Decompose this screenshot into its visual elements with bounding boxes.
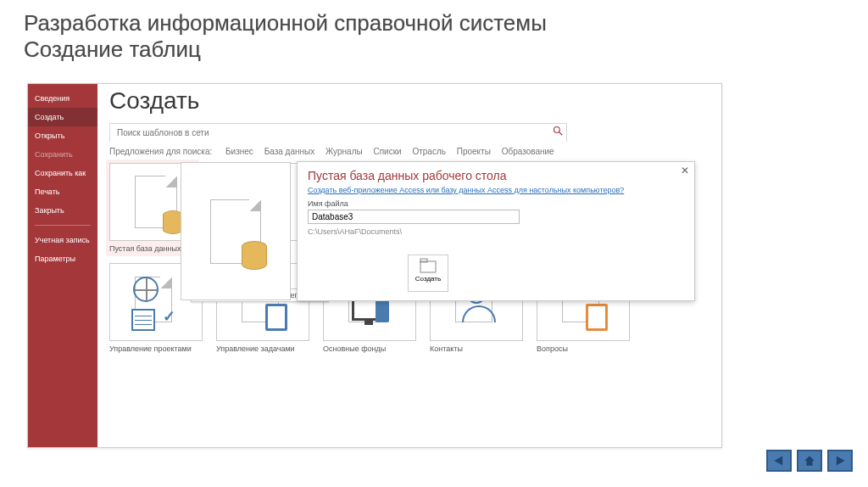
- search-input[interactable]: [110, 125, 566, 142]
- backstage-sidebar: Сведения Создать Открыть Сохранить Сохра…: [28, 84, 97, 447]
- nav-home-button[interactable]: [797, 450, 822, 472]
- svg-marker-4: [774, 456, 782, 465]
- sidebar-item-options[interactable]: Параметры: [28, 249, 97, 268]
- sugg-business[interactable]: Бизнес: [225, 147, 253, 156]
- sugg-projects[interactable]: Проекты: [457, 147, 491, 156]
- sidebar-item-print[interactable]: Печать: [28, 182, 97, 201]
- search-suggestions: Предложения для поиска: Бизнес База данн…: [109, 147, 709, 156]
- file-path: C:\Users\AHaF\Documents\: [308, 227, 684, 236]
- svg-marker-6: [837, 456, 845, 465]
- slide-nav: [766, 450, 853, 472]
- sidebar-item-create[interactable]: Создать: [28, 108, 97, 126]
- filename-label: Имя файла: [308, 199, 684, 208]
- sidebar-item-open[interactable]: Открыть: [28, 126, 97, 145]
- svg-marker-5: [804, 456, 815, 466]
- create-button[interactable]: Создать: [408, 255, 448, 292]
- sugg-education[interactable]: Образование: [502, 147, 554, 156]
- sidebar-item-close[interactable]: Закрыть: [28, 201, 97, 220]
- sugg-lists[interactable]: Списки: [373, 147, 401, 156]
- sidebar-item-save: Сохранить: [28, 145, 97, 164]
- page-title: Создать: [109, 87, 709, 115]
- callout-link[interactable]: Создать веб-приложение Access или базу д…: [308, 186, 684, 194]
- sidebar-item-info[interactable]: Сведения: [28, 89, 97, 108]
- svg-point-0: [554, 127, 560, 133]
- search-icon[interactable]: [553, 126, 563, 138]
- sidebar-item-account[interactable]: Учетная запись: [28, 231, 97, 249]
- sugg-journals[interactable]: Журналы: [326, 147, 363, 156]
- callout-preview-icon: [181, 162, 291, 300]
- nav-next-button[interactable]: [827, 450, 853, 472]
- filename-input[interactable]: [308, 210, 520, 224]
- sidebar-divider: [35, 225, 91, 226]
- sugg-database[interactable]: База данных: [264, 147, 315, 156]
- new-db-callout: ✕ Пустая база данных рабочего стола Созд…: [297, 161, 695, 301]
- template-search[interactable]: [109, 123, 567, 142]
- callout-close-icon[interactable]: ✕: [681, 165, 689, 176]
- slide-title: Разработка информационной справочной сис…: [24, 10, 547, 63]
- callout-title: Пустая база данных рабочего стола: [308, 169, 684, 182]
- sidebar-item-saveas[interactable]: Сохранить как: [28, 164, 97, 182]
- nav-prev-button[interactable]: [766, 450, 792, 472]
- svg-rect-2: [420, 261, 436, 272]
- sugg-industry[interactable]: Отрасль: [412, 147, 446, 156]
- svg-line-1: [559, 132, 563, 136]
